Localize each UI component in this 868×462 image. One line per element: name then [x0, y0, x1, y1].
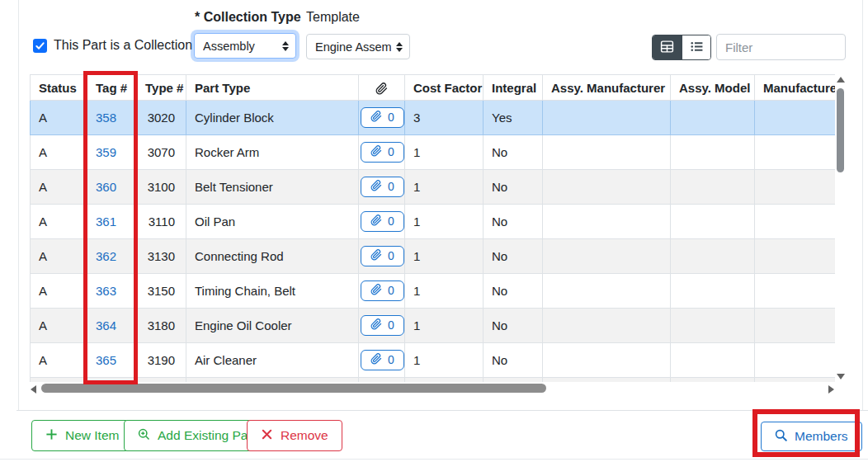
- cell-manufacturer: [755, 378, 836, 383]
- scroll-right-arrow-icon[interactable]: [828, 385, 834, 394]
- cell-part_type: Connecting Rod: [186, 239, 359, 274]
- table-row[interactable]: [31, 378, 836, 383]
- search-plus-icon: [138, 428, 150, 444]
- attachments-button[interactable]: 0: [361, 142, 404, 163]
- cell-type: 3100: [137, 170, 186, 205]
- attachments-button[interactable]: 0: [361, 246, 404, 267]
- table-header: StatusTag #Type #Part TypeCost FactorInt…: [31, 75, 836, 101]
- attachments-button[interactable]: 0: [361, 350, 404, 371]
- horizontal-scrollbar[interactable]: [30, 383, 835, 394]
- tag-number-link[interactable]: 362: [96, 249, 116, 263]
- cell-integral: No: [484, 239, 543, 274]
- attachments-button[interactable]: 0: [361, 315, 404, 337]
- view-toggle-group: [652, 35, 711, 60]
- vertical-scrollbar[interactable]: [836, 74, 846, 382]
- template-select[interactable]: Engine Assembly: [306, 34, 410, 59]
- grid-view-button[interactable]: [653, 35, 682, 59]
- cell-cost_factor: 1: [405, 274, 484, 309]
- cell-status: A: [31, 239, 87, 274]
- scroll-down-arrow-icon[interactable]: [837, 374, 845, 380]
- cell-part_type: [186, 378, 359, 383]
- attachments-column-header: [359, 75, 405, 101]
- tag-number-link[interactable]: 358: [96, 111, 116, 125]
- cell-part_type: Oil Pan: [186, 205, 359, 239]
- table-row[interactable]: A3643180Engine Oil Cooler01No: [31, 309, 836, 343]
- cell-part_type: Rocker Arm: [186, 135, 359, 170]
- cell-integral: No: [484, 343, 543, 378]
- tag-number-link[interactable]: 360: [96, 180, 116, 194]
- search-icon: [775, 429, 787, 445]
- tag-number-link[interactable]: 365: [96, 353, 116, 367]
- tag-number-link[interactable]: 359: [96, 145, 116, 159]
- attachments-button[interactable]: 0: [361, 107, 404, 129]
- cell-manufacturer: [755, 239, 836, 274]
- table-row[interactable]: A3603100Belt Tensioner01No: [31, 170, 836, 205]
- cell-cost_factor: 1: [405, 309, 484, 343]
- column-header-status: Status: [31, 75, 87, 101]
- cell-assy_model: [671, 170, 755, 205]
- members-button[interactable]: Members: [761, 422, 862, 451]
- cell-assy_model: [671, 239, 755, 274]
- cell-assy_manufacturer: [543, 170, 671, 205]
- collection-parts-screen: * Collection Type Template This Part is …: [0, 0, 868, 462]
- table-row[interactable]: A3593070Rocker Arm01No: [31, 135, 836, 170]
- paperclip-icon: [370, 145, 382, 160]
- template-label: Template: [306, 10, 360, 25]
- cell-tag: 358: [87, 101, 137, 135]
- table-row[interactable]: A3633150Timing Chain, Belt01No: [31, 274, 836, 309]
- cell-type: 3180: [137, 309, 186, 343]
- list-view-button[interactable]: [682, 35, 710, 59]
- column-header-assy_model: Assy. Model: [671, 75, 755, 101]
- cell-attach: 0: [359, 343, 405, 378]
- attachments-button[interactable]: 0: [361, 280, 404, 302]
- remove-label: Remove: [281, 428, 328, 443]
- table-row[interactable]: A3613110Oil Pan01No: [31, 205, 836, 239]
- paperclip-icon: [370, 249, 382, 264]
- cell-tag: [87, 378, 137, 383]
- cell-type: 3130: [137, 239, 186, 274]
- cell-assy_manufacturer: [543, 343, 671, 378]
- tag-number-link[interactable]: 363: [96, 284, 116, 298]
- members-label: Members: [795, 429, 848, 444]
- cell-assy_manufacturer: [543, 135, 671, 170]
- cell-assy_model: [671, 274, 755, 309]
- cell-integral: Yes: [484, 101, 543, 135]
- cell-tag: 362: [87, 239, 137, 274]
- cell-manufacturer: [755, 170, 836, 205]
- attachment-count: 0: [388, 214, 394, 229]
- column-header-tag: Tag #: [87, 75, 137, 101]
- cell-attach: 0: [359, 274, 405, 309]
- cell-status: A: [31, 274, 87, 309]
- collection-type-select[interactable]: Assembly: [194, 33, 296, 59]
- cell-tag: 359: [87, 135, 137, 170]
- plus-icon: [45, 428, 58, 444]
- cell-type: 3110: [137, 205, 186, 239]
- tag-number-link[interactable]: 361: [96, 214, 116, 229]
- paperclip-icon: [370, 284, 382, 299]
- new-item-label: New Item: [65, 428, 119, 443]
- paperclip-icon: [370, 353, 382, 368]
- table-row[interactable]: A3623130Connecting Rod01No: [31, 239, 836, 274]
- attachment-count: 0: [388, 111, 394, 125]
- horizontal-scrollbar-thumb[interactable]: [41, 384, 546, 393]
- cell-cost_factor: [405, 378, 484, 383]
- column-header-manufacturer: Manufacturer: [755, 75, 836, 101]
- cell-cost_factor: 1: [405, 205, 484, 239]
- scroll-left-arrow-icon[interactable]: [31, 385, 36, 394]
- table-row[interactable]: A3653190Air Cleaner01No: [31, 343, 836, 378]
- table-row[interactable]: A3583020Cylinder Block03Yes: [31, 101, 836, 135]
- tag-number-link[interactable]: 364: [96, 318, 116, 332]
- collection-checkbox[interactable]: [33, 39, 47, 53]
- attachments-button[interactable]: 0: [361, 211, 404, 233]
- remove-button[interactable]: Remove: [247, 420, 342, 451]
- panel-left-border: [18, 0, 19, 410]
- vertical-scrollbar-thumb[interactable]: [837, 88, 844, 172]
- paperclip-icon: [370, 111, 382, 125]
- new-item-button[interactable]: New Item: [31, 420, 133, 451]
- scroll-up-arrow-icon[interactable]: [837, 77, 845, 82]
- attachments-button[interactable]: 0: [361, 177, 404, 198]
- cell-part_type: Belt Tensioner: [186, 170, 359, 205]
- filter-input[interactable]: [716, 34, 846, 60]
- attachment-count: 0: [388, 284, 394, 298]
- cell-assy_model: [671, 378, 755, 383]
